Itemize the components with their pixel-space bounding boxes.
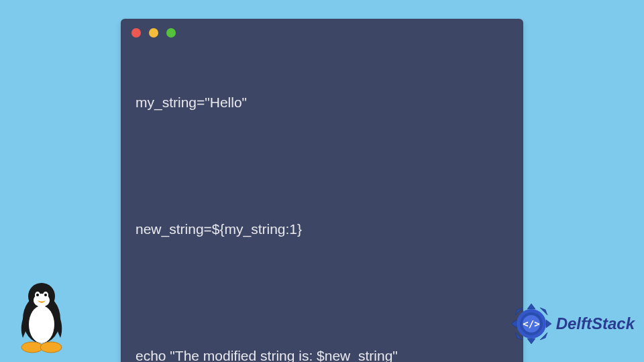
svg-point-9: [40, 342, 62, 353]
maximize-icon: [166, 28, 176, 38]
svg-point-7: [44, 294, 47, 296]
close-icon: [131, 28, 141, 38]
blank-line: [136, 284, 508, 301]
svg-point-2: [29, 306, 54, 343]
window-titlebar: [121, 19, 523, 44]
brand-name: DelftStack: [556, 314, 635, 333]
code-line-2: new_string=${my_string:1}: [136, 219, 508, 241]
minimize-icon: [149, 28, 158, 38]
svg-text:</>: </>: [523, 318, 539, 329]
code-line-3: echo "The modified string is: $new_strin…: [136, 345, 508, 362]
blank-line: [136, 158, 508, 175]
delftstack-logo: </> DelftStack: [509, 302, 635, 346]
code-window: my_string="Hello" new_string=${my_string…: [121, 19, 523, 362]
svg-point-6: [36, 294, 39, 296]
svg-point-8: [21, 342, 43, 353]
delftstack-badge-icon: </>: [509, 302, 553, 346]
code-body: my_string="Hello" new_string=${my_string…: [121, 44, 523, 362]
tux-penguin-icon: [8, 280, 75, 354]
code-line-1: my_string="Hello": [136, 92, 508, 114]
